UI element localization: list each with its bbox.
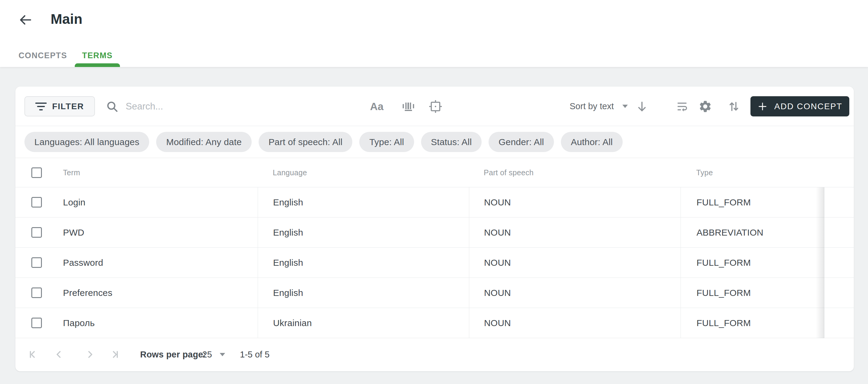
tab-terms-label: TERMS <box>82 51 113 60</box>
next-page-button[interactable] <box>83 348 96 361</box>
term-cell: Пароль <box>63 318 95 328</box>
column-header-part-of-speech: Part of speech <box>484 168 533 177</box>
language-cell: English <box>273 228 303 238</box>
row-checkbox[interactable] <box>31 288 42 298</box>
search-icon <box>106 100 119 113</box>
table-row[interactable]: PWD English NOUN ABBREVIATION <box>16 217 854 248</box>
search-input[interactable] <box>126 101 335 112</box>
term-cell: Password <box>63 258 103 268</box>
row-checkbox[interactable] <box>31 318 42 328</box>
caret-down-icon <box>622 105 628 108</box>
rows-per-page-value: 25 <box>202 350 212 360</box>
term-cell: Login <box>63 197 85 208</box>
wrap-text-icon <box>675 100 689 113</box>
tab-bar: CONCEPTS TERMS <box>0 44 868 67</box>
rows-per-page-label: Rows per page: <box>140 338 206 371</box>
page-title: Main <box>51 10 83 28</box>
part-of-speech-cell: NOUN <box>484 318 511 328</box>
swap-vertical-button[interactable] <box>723 96 744 116</box>
match-case-button[interactable]: Aa <box>366 96 387 116</box>
table-header-row: Term Language Part of speech Type <box>16 158 854 187</box>
term-cell: Preferences <box>63 288 113 298</box>
part-of-speech-cell: NOUN <box>484 258 511 268</box>
column-header-type: Type <box>696 168 713 177</box>
table-body: Login English NOUN FULL_FORM PWD English… <box>16 187 854 338</box>
arrow-left-icon <box>19 13 32 27</box>
filter-chip-languages[interactable]: Languages: All languages <box>24 132 149 152</box>
barcode-search-button[interactable] <box>398 96 419 116</box>
add-concept-label: ADD CONCEPT <box>774 102 842 111</box>
type-cell: FULL_FORM <box>696 288 751 298</box>
pagination-bar: Rows per page: 25 1-5 of 5 <box>16 338 854 371</box>
chevron-right-icon <box>84 349 96 360</box>
search-box <box>106 96 335 116</box>
column-header-language: Language <box>273 168 307 177</box>
active-tab-indicator <box>75 63 120 67</box>
select-all-checkbox[interactable] <box>31 168 42 178</box>
toolbar: FILTER Aa <box>16 87 854 126</box>
language-cell: English <box>273 258 303 268</box>
column-header-term: Term <box>63 168 80 177</box>
table-row[interactable]: Preferences English NOUN FULL_FORM <box>16 278 854 308</box>
filter-icon <box>35 101 47 112</box>
plus-icon <box>757 101 768 112</box>
language-cell: English <box>273 288 303 298</box>
type-cell: FULL_FORM <box>696 318 751 328</box>
gear-icon <box>698 99 712 113</box>
type-cell: FULL_FORM <box>696 258 751 268</box>
caret-down-icon <box>220 353 225 356</box>
term-cell: PWD <box>63 228 84 238</box>
focus-frame-button[interactable] <box>425 96 446 116</box>
rows-per-page-select[interactable]: 25 <box>202 338 225 371</box>
filter-button[interactable]: FILTER <box>24 96 95 116</box>
table-row[interactable]: Пароль Ukrainian NOUN FULL_FORM <box>16 308 854 338</box>
part-of-speech-cell: NOUN <box>484 197 511 208</box>
last-page-icon <box>108 349 120 360</box>
tab-concepts-label: CONCEPTS <box>19 51 67 60</box>
previous-page-button[interactable] <box>53 348 66 361</box>
match-case-icon: Aa <box>370 100 384 113</box>
add-concept-button[interactable]: ADD CONCEPT <box>750 96 849 116</box>
first-page-icon <box>28 349 39 360</box>
first-page-button[interactable] <box>27 348 40 361</box>
type-cell: FULL_FORM <box>696 197 751 208</box>
terms-panel: FILTER Aa <box>16 87 854 371</box>
filter-chip-gender[interactable]: Gender: All <box>489 132 554 152</box>
part-of-speech-cell: NOUN <box>484 228 511 238</box>
filter-chip-row: Languages: All languages Modified: Any d… <box>16 126 854 158</box>
table-row[interactable]: Password English NOUN FULL_FORM <box>16 248 854 278</box>
swap-vertical-icon <box>728 100 740 113</box>
chevron-left-icon <box>53 349 65 360</box>
sort-direction-button[interactable] <box>631 96 652 116</box>
filter-button-label: FILTER <box>52 102 84 111</box>
arrow-down-icon <box>636 100 648 113</box>
barcode-icon <box>401 100 415 113</box>
filter-chip-author[interactable]: Author: All <box>561 132 623 152</box>
focus-frame-icon <box>429 99 442 113</box>
tab-concepts[interactable]: CONCEPTS <box>12 44 73 67</box>
back-button[interactable] <box>17 11 34 28</box>
row-checkbox[interactable] <box>31 227 42 238</box>
filter-chip-part-of-speech[interactable]: Part of speech: All <box>258 132 352 152</box>
part-of-speech-cell: NOUN <box>484 288 511 298</box>
sort-by-select[interactable]: Sort by text <box>569 96 628 116</box>
row-checkbox[interactable] <box>31 257 42 268</box>
row-checkbox[interactable] <box>31 197 42 208</box>
last-page-button[interactable] <box>107 348 121 361</box>
wrap-text-button[interactable] <box>672 96 692 116</box>
settings-button[interactable] <box>695 96 716 116</box>
language-cell: Ukrainian <box>273 318 312 328</box>
pagination-range: 1-5 of 5 <box>240 338 270 371</box>
type-cell: ABBREVIATION <box>696 228 764 238</box>
table-row[interactable]: Login English NOUN FULL_FORM <box>16 187 854 217</box>
filter-chip-status[interactable]: Status: All <box>421 132 482 152</box>
tab-terms[interactable]: TERMS <box>75 44 120 67</box>
language-cell: English <box>273 197 303 208</box>
app-header: Main CONCEPTS TERMS <box>0 0 868 67</box>
filter-chip-modified[interactable]: Modified: Any date <box>156 132 251 152</box>
sort-by-label: Sort by text <box>569 101 614 111</box>
filter-chip-type[interactable]: Type: All <box>359 132 414 152</box>
